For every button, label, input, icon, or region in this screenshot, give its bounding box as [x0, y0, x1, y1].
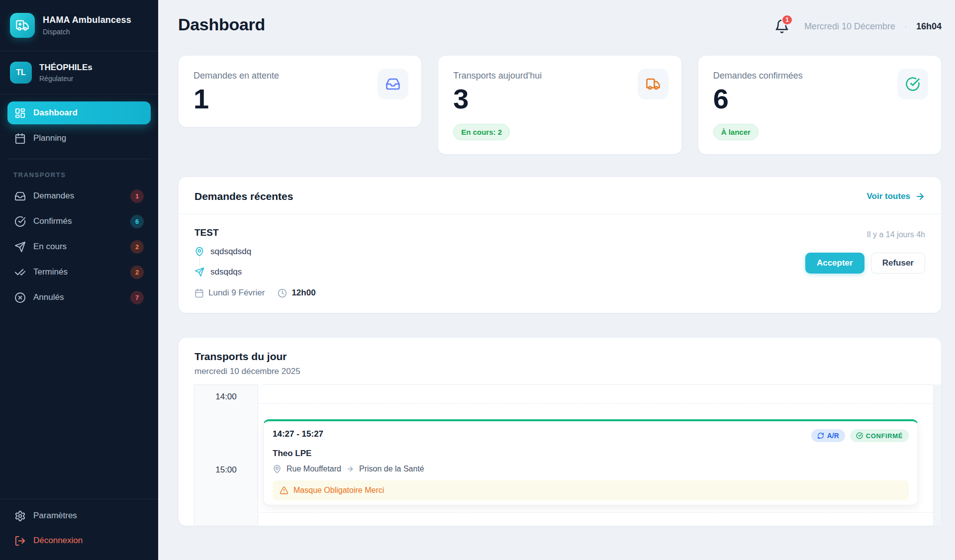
check-circle-icon: [14, 216, 26, 227]
header-date: Mercredi 10 Décembre: [804, 21, 895, 32]
request-name: TEST: [194, 227, 316, 238]
pickup-address: sqdsqdsdq: [210, 247, 251, 257]
separator-dot: ·: [904, 21, 907, 32]
timeline-grid: 14:27 - 15:27 A/R: [258, 384, 933, 526]
section-title: Transports du jour: [194, 351, 925, 363]
inbox-icon: [378, 69, 408, 99]
refresh-icon: [817, 432, 824, 439]
refuse-button[interactable]: Refuser: [871, 253, 925, 274]
arrow-right-icon: [915, 191, 925, 201]
sidebar-item-label: Planning: [33, 133, 66, 143]
sidebar-section-label: TRANSPORTS: [0, 159, 158, 185]
send-icon: [14, 241, 26, 253]
confirmed-badge: CONFIRMÉ: [850, 429, 909, 442]
dashboard-grid-icon: [14, 107, 26, 119]
calendar-icon: [194, 288, 204, 298]
map-pin-icon: [273, 465, 282, 473]
arrow-right-icon: [346, 465, 354, 473]
dropoff-address: sdsqdqs: [210, 267, 242, 277]
section-title: Demandes récentes: [194, 190, 293, 202]
sidebar-item-en-cours[interactable]: En cours 2: [7, 235, 151, 258]
double-check-icon: [14, 267, 26, 278]
sidebar-item-label: Confirmés: [33, 216, 72, 226]
check-circle-icon: [897, 69, 928, 99]
event-time-range: 14:27 - 15:27: [273, 429, 323, 439]
request-date: Lundi 9 Février: [208, 288, 265, 298]
sidebar-item-label: Paramètres: [33, 511, 77, 521]
sidebar-item-demandes[interactable]: Demandes 1: [7, 185, 151, 207]
time-ago: Il y a 14 jours 4h: [867, 230, 925, 239]
user-profile[interactable]: TL THÉOPHILEs Régulateur: [0, 51, 158, 94]
page-title: Dashboard: [178, 15, 265, 34]
sidebar-item-label: Dashboard: [33, 108, 78, 118]
main-content: Dashboard 1 Mercredi 10 Décembre · 16h04…: [158, 0, 955, 560]
count-badge: 7: [130, 291, 144, 304]
user-role: Régulateur: [39, 75, 93, 83]
sidebar-item-confirmes[interactable]: Confirmés 6: [7, 210, 151, 233]
half-hour-line: [258, 403, 933, 404]
count-badge: 1: [130, 189, 144, 203]
avatar: TL: [10, 62, 32, 84]
sidebar-nav: Dashboard Planning: [0, 94, 158, 150]
sidebar-item-label: Annulés: [33, 292, 64, 302]
app-subtitle: Dispatch: [43, 28, 131, 36]
stat-label: Demandes en attente: [193, 71, 406, 81]
section-subtitle: mercredi 10 décembre 2025: [194, 367, 925, 376]
request-time: 12h00: [291, 288, 315, 298]
accept-button[interactable]: Accepter: [805, 253, 864, 274]
round-trip-badge: A/R: [811, 429, 845, 442]
timeline: 14:00 15:00 14:27 - 15:27: [194, 384, 941, 526]
sidebar-item-deconnexion[interactable]: Déconnexion: [7, 529, 151, 552]
check-circle-icon: [856, 432, 863, 439]
to-launch-badge: À lancer: [713, 124, 759, 140]
sidebar-item-parametres[interactable]: Paramètres: [7, 504, 151, 527]
in-progress-badge: En cours: 2: [453, 124, 510, 140]
event-warning: Masque Obligatoire Merci: [273, 480, 909, 500]
notifications-button[interactable]: 1: [774, 19, 789, 34]
stat-label: Transports aujourd'hui: [453, 71, 666, 81]
topbar: Dashboard 1 Mercredi 10 Décembre · 16h04: [178, 15, 942, 34]
recent-requests-card: Demandes récentes Voir toutes TEST sqds: [178, 177, 942, 313]
notification-count-badge: 1: [781, 14, 793, 25]
sidebar-item-planning[interactable]: Planning: [7, 127, 151, 150]
map-pin-icon: [194, 247, 204, 257]
count-badge: 2: [130, 266, 144, 279]
view-all-link[interactable]: Voir toutes: [866, 191, 925, 201]
sidebar: HAMA Ambulancess Dispatch TL THÉOPHILEs …: [0, 0, 158, 560]
header-time: 16h04: [916, 21, 942, 32]
timeline-scrollbar-gutter[interactable]: [933, 384, 941, 526]
sidebar-item-label: En cours: [33, 242, 67, 252]
count-badge: 6: [130, 215, 144, 228]
sidebar-item-dashboard[interactable]: Dashboard: [7, 101, 151, 124]
sidebar-footer: Paramètres Déconnexion: [0, 499, 158, 560]
half-hour-line: [258, 512, 933, 513]
stat-card-confirmed: Demandes confirmées 6 À lancer: [698, 55, 942, 155]
app-window: HAMA Ambulancess Dispatch TL THÉOPHILEs …: [0, 0, 955, 560]
stat-label: Demandes confirmées: [713, 71, 926, 81]
transport-event-card[interactable]: 14:27 - 15:27 A/R: [263, 419, 918, 505]
sidebar-item-label: Terminés: [33, 267, 68, 277]
timeline-hours-gutter: 14:00 15:00: [194, 384, 258, 526]
sidebar-item-annules[interactable]: Annulés 7: [7, 286, 151, 309]
stat-value: 6: [713, 85, 926, 113]
stat-value: 1: [193, 85, 406, 113]
time-slot: 15:00: [194, 465, 258, 475]
gear-icon: [14, 510, 26, 522]
calendar-icon: [14, 133, 26, 144]
warning-triangle-icon: [280, 486, 288, 495]
sidebar-item-label: Demandes: [33, 191, 74, 201]
sidebar-item-termines[interactable]: Terminés 2: [7, 261, 151, 283]
event-patient-name: Theo LPE: [273, 449, 909, 459]
time-slot: 14:00: [194, 392, 258, 402]
x-circle-icon: [14, 292, 26, 303]
inbox-icon: [14, 190, 26, 202]
stats-row: Demandes en attente 1 Transports aujourd…: [178, 55, 942, 155]
sidebar-transport-nav: Demandes 1 Confirmés 6 En cours 2: [0, 185, 158, 309]
stat-card-today-transports: Transports aujourd'hui 3 En cours: 2: [438, 55, 681, 155]
app-name: HAMA Ambulancess: [43, 15, 131, 25]
sidebar-item-label: Déconnexion: [33, 536, 83, 546]
logout-icon: [14, 535, 26, 547]
event-to: Prison de la Santé: [359, 465, 424, 473]
stat-value: 3: [453, 85, 666, 113]
event-from: Rue Mouffetard: [286, 465, 341, 473]
